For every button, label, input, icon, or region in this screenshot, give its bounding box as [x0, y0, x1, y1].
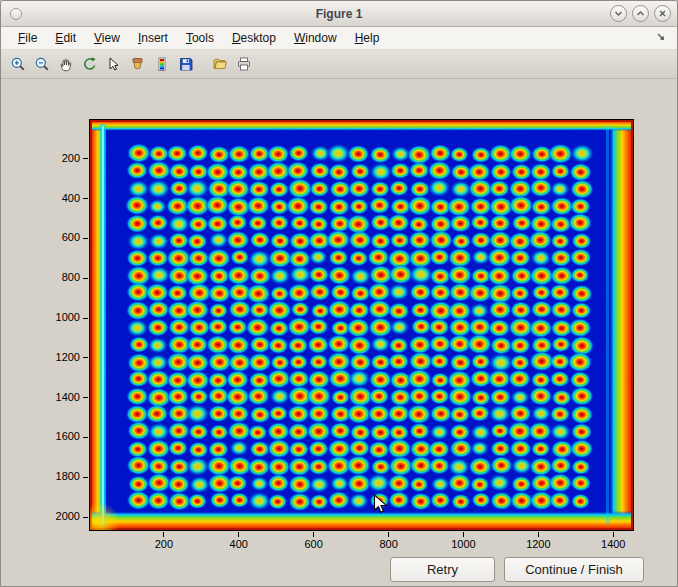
close-icon [658, 9, 667, 18]
y-tick-label: 1000 [40, 311, 80, 323]
menu-edit[interactable]: Edit [46, 28, 85, 48]
figure-toolbar [1, 50, 677, 79]
menu-view[interactable]: View [85, 28, 129, 48]
y-tick-mark [83, 517, 88, 518]
chevron-up-icon [636, 9, 645, 18]
x-tick-label: 1400 [593, 538, 633, 550]
open-folder-icon [212, 56, 228, 72]
retry-button[interactable]: Retry [390, 557, 495, 582]
dock-figure-icon[interactable] [655, 31, 667, 46]
y-tick-label: 800 [40, 271, 80, 283]
x-tick-label: 800 [369, 538, 409, 550]
menu-window[interactable]: Window [285, 28, 346, 48]
data-cursor-icon [106, 56, 122, 72]
zoom-in-icon [10, 56, 26, 72]
zoom-out-icon [34, 56, 50, 72]
x-tick-mark [538, 532, 539, 537]
hand-icon [58, 56, 74, 72]
colorbar-icon [154, 56, 170, 72]
y-tick-mark [83, 397, 88, 398]
y-tick-mark [83, 238, 88, 239]
x-tick-label: 600 [294, 538, 334, 550]
figure-window: Figure 1 File Edit View Insert Tools Des… [0, 0, 678, 587]
brush-icon [130, 56, 146, 72]
minimize-button[interactable] [610, 5, 627, 22]
x-tick-mark [313, 532, 314, 537]
menu-help[interactable]: Help [346, 28, 389, 48]
window-title: Figure 1 [1, 7, 677, 21]
figure-content: Retry Continue / Finish 2004006008001000… [1, 79, 677, 587]
brush-button[interactable] [126, 53, 149, 75]
open-button[interactable] [208, 53, 231, 75]
menu-desktop[interactable]: Desktop [223, 28, 285, 48]
y-tick-mark [83, 357, 88, 358]
x-tick-label: 400 [219, 538, 259, 550]
y-tick-mark [83, 477, 88, 478]
insert-colorbar-button[interactable] [150, 53, 173, 75]
title-bar: Figure 1 [1, 1, 677, 27]
toolbar-separator [198, 53, 207, 75]
chevron-down-icon [614, 9, 623, 18]
y-tick-label: 600 [40, 231, 80, 243]
y-tick-mark [83, 437, 88, 438]
menu-insert[interactable]: Insert [129, 28, 177, 48]
y-tick-label: 400 [40, 192, 80, 204]
printer-icon [236, 56, 252, 72]
save-button[interactable] [174, 53, 197, 75]
x-tick-mark [463, 532, 464, 537]
x-tick-mark [613, 532, 614, 537]
y-tick-mark [83, 278, 88, 279]
menu-bar: File Edit View Insert Tools Desktop Wind… [1, 27, 677, 50]
x-tick-label: 200 [144, 538, 184, 550]
scan-image[interactable] [90, 120, 633, 530]
y-tick-label: 1600 [40, 430, 80, 442]
x-tick-mark [163, 532, 164, 537]
y-tick-mark [83, 198, 88, 199]
x-tick-mark [388, 532, 389, 537]
pan-button[interactable] [54, 53, 77, 75]
y-tick-mark [83, 318, 88, 319]
x-tick-mark [238, 532, 239, 537]
data-cursor-button[interactable] [102, 53, 125, 75]
mouse-cursor [373, 494, 388, 519]
y-tick-label: 1800 [40, 470, 80, 482]
rotate-icon [82, 56, 98, 72]
y-tick-mark [83, 158, 88, 159]
window-menu-icon[interactable] [10, 8, 22, 20]
y-tick-label: 2000 [40, 510, 80, 522]
maximize-button[interactable] [632, 5, 649, 22]
x-tick-label: 1200 [518, 538, 558, 550]
save-icon [178, 56, 194, 72]
menu-tools[interactable]: Tools [177, 28, 223, 48]
zoom-in-button[interactable] [6, 53, 29, 75]
y-tick-label: 200 [40, 152, 80, 164]
menu-file[interactable]: File [9, 28, 46, 48]
rotate-3d-button[interactable] [78, 53, 101, 75]
window-controls [610, 5, 671, 22]
y-tick-label: 1400 [40, 391, 80, 403]
y-tick-label: 1200 [40, 351, 80, 363]
x-tick-label: 1000 [443, 538, 483, 550]
zoom-out-button[interactable] [30, 53, 53, 75]
close-button[interactable] [654, 5, 671, 22]
continue-finish-button[interactable]: Continue / Finish [504, 557, 644, 582]
plot-axes [89, 119, 634, 531]
print-button[interactable] [232, 53, 255, 75]
